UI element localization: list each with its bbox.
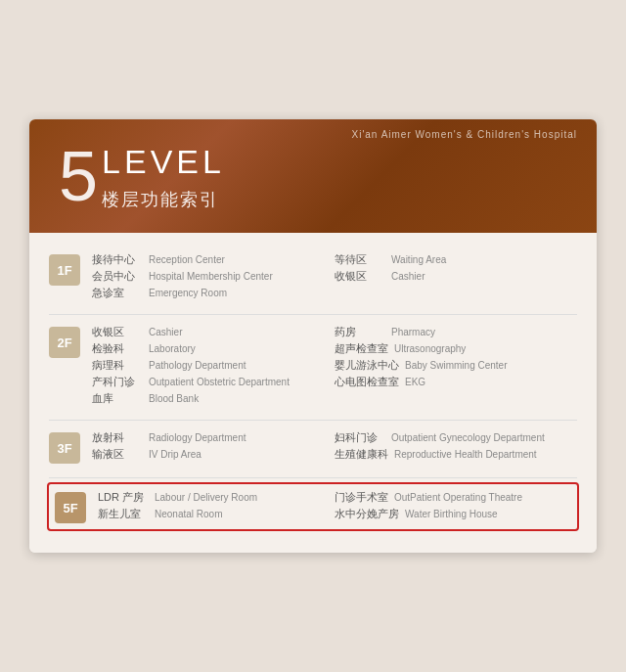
divider: [49, 477, 577, 478]
item-en: Cashier: [391, 271, 425, 282]
sign-board: Xi'an Aimer Women's & Children's Hospita…: [29, 119, 597, 553]
item-en: Outpatient Obstetric Department: [149, 377, 290, 387]
list-item: 药房 Pharmacy: [335, 325, 577, 339]
item-cn: 收银区: [335, 269, 385, 284]
floor-badge-1f: 1F: [49, 254, 80, 286]
floor-items-5f: LDR 产房 Labour / Delivery Room 新生儿室 Neona…: [98, 490, 571, 521]
list-item: 等待区 Waiting Area: [335, 252, 577, 267]
floor-row-2f: 2F 收银区 Cashier 检验科 Laboratory 病理科 Pathol…: [49, 319, 577, 412]
floor-items-3f: 放射科 Radiology Department 输液区 IV Drip Are…: [92, 430, 577, 462]
item-cn: 水中分娩产房: [335, 507, 399, 521]
item-en: Laboratory: [149, 343, 196, 354]
item-cn: 输液区: [92, 447, 143, 462]
divider: [49, 314, 577, 315]
level-number: 5: [59, 141, 98, 211]
directory-section: 1F 接待中心 Reception Center 会员中心 Hospital M…: [29, 233, 597, 553]
list-item: 妇科门诊 Outpatient Gynecology Department: [335, 430, 577, 445]
divider: [49, 420, 577, 421]
item-en: Baby Swimming Center: [405, 360, 507, 371]
floor-col-left-5f: LDR 产房 Labour / Delivery Room 新生儿室 Neona…: [98, 490, 335, 521]
item-cn: 病理科: [92, 358, 143, 373]
item-en: Pathology Department: [149, 360, 246, 371]
item-en: Radiology Department: [149, 432, 246, 443]
item-en: Pharmacy: [391, 327, 435, 337]
item-cn: 产科门诊: [92, 375, 143, 389]
level-subtitle: 楼层功能索引: [102, 188, 225, 211]
floor-row-3f: 3F 放射科 Radiology Department 输液区 IV Drip …: [49, 425, 577, 470]
item-en: Reproductive Health Department: [394, 449, 537, 460]
item-en: OutPatient Operating Theatre: [394, 492, 522, 503]
item-en: Waiting Area: [391, 254, 446, 265]
list-item: 急诊室 Emergency Room: [92, 286, 335, 300]
floor-col-right-5f: 门诊手术室 OutPatient Operating Theatre 水中分娩产…: [335, 490, 571, 521]
item-en: Emergency Room: [149, 288, 227, 298]
floor-col-left-3f: 放射科 Radiology Department 输液区 IV Drip Are…: [92, 430, 335, 462]
list-item: 婴儿游泳中心 Baby Swimming Center: [335, 358, 577, 373]
list-item: 水中分娩产房 Water Birthing House: [335, 507, 571, 521]
item-en: Hospital Membership Center: [149, 271, 273, 282]
floor-col-right-1f: 等待区 Waiting Area 收银区 Cashier: [335, 252, 577, 300]
floor-items-2f: 收银区 Cashier 检验科 Laboratory 病理科 Pathology…: [92, 325, 577, 406]
item-cn: 生殖健康科: [335, 447, 388, 462]
list-item: 生殖健康科 Reproductive Health Department: [335, 447, 577, 462]
item-cn: 接待中心: [92, 252, 143, 267]
item-en: Neonatal Room: [155, 509, 222, 519]
item-en: Labour / Delivery Room: [155, 492, 257, 503]
item-cn: 血库: [92, 391, 143, 406]
floor-col-left-1f: 接待中心 Reception Center 会员中心 Hospital Memb…: [92, 252, 335, 300]
list-item: 输液区 IV Drip Area: [92, 447, 335, 462]
list-item: 会员中心 Hospital Membership Center: [92, 269, 335, 284]
floor-row-5f: 5F LDR 产房 Labour / Delivery Room 新生儿室 Ne…: [47, 482, 579, 531]
item-en: Outpatient Gynecology Department: [391, 432, 545, 443]
item-cn: 放射科: [92, 430, 143, 445]
item-cn: 检验科: [92, 341, 143, 356]
list-item: 新生儿室 Neonatal Room: [98, 507, 335, 521]
list-item: LDR 产房 Labour / Delivery Room: [98, 490, 335, 505]
list-item: 产科门诊 Outpatient Obstetric Department: [92, 375, 335, 389]
item-cn: 会员中心: [92, 269, 143, 284]
item-en: Reception Center: [149, 254, 225, 265]
level-row: 5 LEVEL 楼层功能索引: [59, 141, 567, 211]
list-item: 收银区 Cashier: [335, 269, 577, 284]
item-en: Cashier: [149, 327, 182, 337]
item-cn: 心电图检查室: [335, 375, 399, 389]
item-cn: 新生儿室: [98, 507, 149, 521]
list-item: 超声检查室 Ultrasonography: [335, 341, 577, 356]
list-item: 心电图检查室 EKG: [335, 375, 577, 389]
item-cn: 妇科门诊: [335, 430, 385, 445]
item-cn: LDR 产房: [98, 490, 149, 505]
list-item: 放射科 Radiology Department: [92, 430, 335, 445]
floor-col-right-2f: 药房 Pharmacy 超声检查室 Ultrasonography 婴儿游泳中心…: [335, 325, 577, 406]
list-item: 门诊手术室 OutPatient Operating Theatre: [335, 490, 571, 505]
item-cn: 门诊手术室: [335, 490, 388, 505]
item-cn: 药房: [335, 325, 385, 339]
item-cn: 急诊室: [92, 286, 143, 300]
item-cn: 婴儿游泳中心: [335, 358, 399, 373]
list-item: 血库 Blood Bank: [92, 391, 335, 406]
level-label: LEVEL: [102, 144, 225, 184]
floor-items-1f: 接待中心 Reception Center 会员中心 Hospital Memb…: [92, 252, 577, 300]
item-en: IV Drip Area: [149, 449, 201, 460]
floor-badge-5f: 5F: [55, 492, 86, 523]
item-en: EKG: [405, 377, 425, 387]
item-en: Blood Bank: [149, 393, 199, 404]
list-item: 检验科 Laboratory: [92, 341, 335, 356]
header-section: Xi'an Aimer Women's & Children's Hospita…: [29, 119, 597, 233]
item-cn: 等待区: [335, 252, 385, 267]
floor-col-left-2f: 收银区 Cashier 检验科 Laboratory 病理科 Pathology…: [92, 325, 335, 406]
level-text-block: LEVEL 楼层功能索引: [102, 144, 225, 211]
list-item: 收银区 Cashier: [92, 325, 335, 339]
floor-col-right-3f: 妇科门诊 Outpatient Gynecology Department 生殖…: [335, 430, 577, 462]
floor-badge-3f: 3F: [49, 432, 80, 464]
list-item: 接待中心 Reception Center: [92, 252, 335, 267]
item-cn: 超声检查室: [335, 341, 388, 356]
item-en: Water Birthing House: [405, 509, 498, 519]
item-en: Ultrasonography: [394, 343, 466, 354]
hospital-name: Xi'an Aimer Women's & Children's Hospita…: [351, 129, 577, 140]
list-item: 病理科 Pathology Department: [92, 358, 335, 373]
floor-row-1f: 1F 接待中心 Reception Center 会员中心 Hospital M…: [49, 246, 577, 306]
item-cn: 收银区: [92, 325, 143, 339]
floor-badge-2f: 2F: [49, 327, 80, 358]
